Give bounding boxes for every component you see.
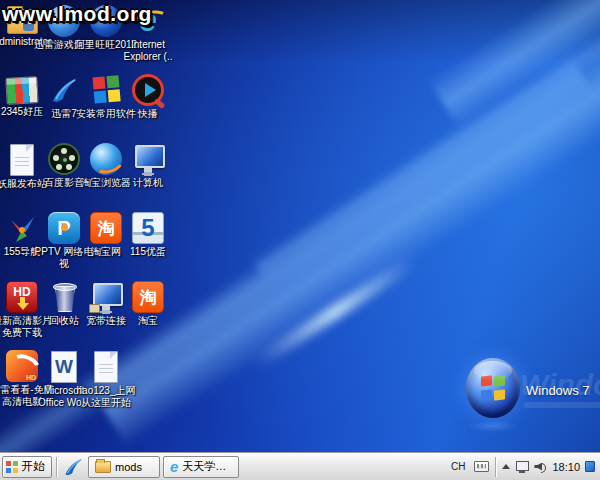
desktop-icon-hao123[interactable]: hao123_上网 从这里开始 — [85, 350, 127, 419]
windows7-label: Windows 7 — [526, 383, 590, 398]
start-button-label: 开始 — [21, 458, 45, 475]
wallpaper-streak — [251, 0, 600, 280]
taobao-browser-icon — [90, 143, 122, 175]
wallpaper-streak — [428, 0, 600, 130]
desktop-icon-label: hao123_上网 从这里开始 — [77, 385, 136, 409]
broadband-connection-icon — [90, 281, 122, 313]
task-label: mods — [115, 461, 142, 473]
quick-launch-thunder-icon[interactable] — [61, 455, 85, 479]
desktop-icon-computer[interactable]: 计算机 — [127, 143, 169, 212]
desktop-icon-label: 115优蛋 — [130, 246, 166, 258]
desktop-icon-label: 快播 — [138, 108, 158, 120]
network-icon[interactable] — [515, 461, 529, 473]
computer-icon — [132, 143, 164, 175]
hao123-icon — [94, 351, 118, 383]
windows-flag-icon — [481, 376, 505, 400]
xunlei-7-icon — [48, 74, 80, 106]
taskbar: 开始 mods e 天天学习 -... CH 18:10 — [0, 452, 600, 480]
task-label: 天天学习 -... — [182, 459, 232, 474]
watermark-text: www.lmod.org — [2, 2, 152, 26]
system-tray: CH 18:10 — [447, 453, 598, 480]
desktop-icon-label: 迅雷7 — [51, 108, 77, 120]
desktop-icon-xunlei-kankan[interactable]: HD迅雷看看-免费 高清电影 — [1, 350, 43, 419]
desktop-icon-label: 淘宝 — [138, 315, 158, 327]
desktop-icon-recycle-bin[interactable]: 回收站 — [43, 281, 85, 350]
screen: www.lmod.org Administrator迅雷游戏盒子阿里旺旺2012… — [0, 0, 600, 480]
windows-flag-icon — [6, 461, 18, 473]
tray-separator — [495, 457, 496, 477]
desktop-icon-yaofu-release-site[interactable]: 妖服发布站 — [1, 143, 43, 212]
clock[interactable]: 18:10 — [552, 461, 580, 473]
start-button[interactable]: 开始 — [2, 456, 52, 478]
desktop-icon-taobao-browser[interactable]: 淘宝浏览器 — [85, 143, 127, 212]
windows-orb-logo — [466, 358, 520, 418]
folder-icon — [95, 461, 111, 473]
115-youdan-icon: 5 — [132, 212, 164, 244]
2345-haozip-icon — [5, 76, 38, 105]
wallpaper-ghost-subtext-bar — [524, 402, 600, 408]
desktop-icon-label: Internet Explorer (.. — [124, 39, 173, 63]
install-common-software-icon — [90, 74, 122, 106]
desktop-icon-install-common-software[interactable]: 安装常用软件 — [85, 74, 127, 143]
desktop-icon-hd-movie-download[interactable]: HD最新高清影片 免费下载 — [1, 281, 43, 350]
155-daohang-icon — [6, 212, 38, 244]
pptv-network-tv-icon: P — [48, 212, 80, 244]
show-hidden-icons-chevron[interactable] — [502, 464, 510, 469]
hd-movie-download-icon: HD — [6, 281, 38, 313]
desktop-icon-115-youdan[interactable]: 5115优蛋 — [127, 212, 169, 281]
xunlei-kankan-icon: HD — [6, 350, 38, 382]
orb-reflection — [468, 420, 518, 432]
taskbar-task-tiantianxuexi[interactable]: e 天天学习 -... — [163, 456, 239, 478]
desktop-icon-broadband-connection[interactable]: 宽带连接 — [85, 281, 127, 350]
show-desktop-button[interactable] — [585, 461, 595, 472]
yaofu-release-site-icon — [10, 144, 34, 176]
desktop-icon-label: 宽带连接 — [86, 315, 126, 327]
taobao-wang-icon: 淘 — [90, 212, 122, 244]
desktop-icon-pptv-network-tv[interactable]: PPPTV 网络电 视 — [43, 212, 85, 281]
taskbar-separator — [56, 457, 57, 477]
desktop-icon-label: 淘宝浏览器 — [81, 177, 131, 189]
desktop-icons-grid: Administrator迅雷游戏盒子阿里旺旺2012eInternet Exp… — [1, 5, 169, 419]
recycle-bin-icon — [48, 281, 80, 313]
desktop-icon-label: 妖服发布站 — [0, 178, 47, 190]
desktop-icon-label: 计算机 — [133, 177, 163, 189]
ie-icon: e — [170, 459, 178, 474]
qvod-player-icon — [132, 74, 164, 106]
speaker-icon[interactable] — [534, 461, 547, 473]
desktop-icon-taobao[interactable]: 淘淘宝 — [127, 281, 169, 350]
taobao-icon: 淘 — [132, 281, 164, 313]
desktop-icon-label: 百度影音 — [44, 177, 84, 189]
ime-language-indicator[interactable]: CH — [447, 458, 469, 475]
desktop-icon-label: 2345好压 — [1, 106, 43, 118]
desktop-icon-qvod-player[interactable]: 快播 — [127, 74, 169, 143]
keyboard-icon[interactable] — [474, 461, 489, 472]
baidu-yingyin-icon — [48, 143, 80, 175]
desktop-icon-2345-haozip[interactable]: 2345好压 — [1, 74, 43, 143]
desktop[interactable]: www.lmod.org Administrator迅雷游戏盒子阿里旺旺2012… — [0, 0, 600, 452]
desktop-icon-baidu-yingyin[interactable]: 百度影音 — [43, 143, 85, 212]
wallpaper-highlight-streak — [252, 254, 419, 369]
ms-office-word-icon: W — [51, 351, 77, 383]
desktop-icon-label: 淘宝网 — [91, 246, 121, 258]
desktop-icon-label: 回收站 — [49, 315, 79, 327]
desktop-icon-taobao-wang[interactable]: 淘淘宝网 — [85, 212, 127, 281]
taskbar-task-mods[interactable]: mods — [88, 456, 160, 478]
